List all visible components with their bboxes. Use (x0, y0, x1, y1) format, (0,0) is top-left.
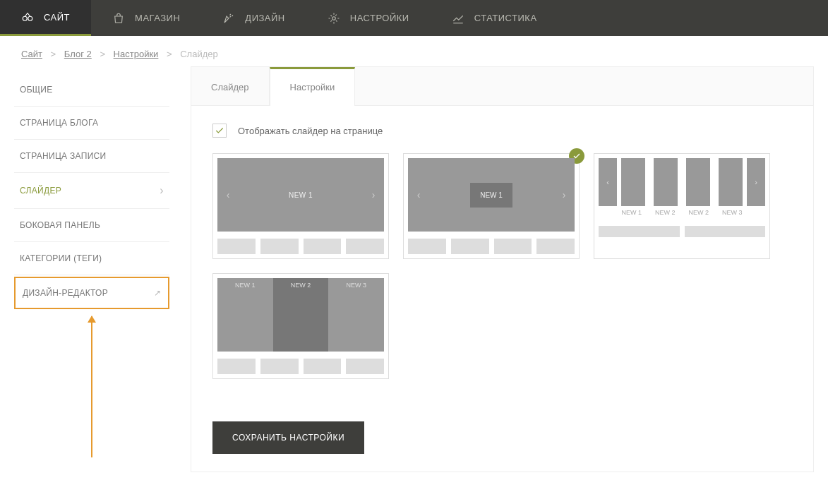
sidebar-item-post-page[interactable]: СТРАНИЦА ЗАПИСИ (14, 140, 169, 173)
tab-settings[interactable]: Настройки (270, 67, 356, 106)
layout-preview-tabs: NEW 1 NEW 2 NEW 3 (217, 278, 384, 292)
external-link-icon: ↗ (154, 288, 161, 298)
layout-option-4[interactable]: NEW 1 NEW 2 NEW 3 (212, 273, 389, 379)
prev-arrow-icon: ‹ (408, 189, 429, 200)
annotation-arrow (14, 316, 169, 457)
sidebar: ОБЩИЕ СТРАНИЦА БЛОГА СТРАНИЦА ЗАПИСИ СЛА… (14, 66, 169, 472)
breadcrumb-sep: > (167, 49, 172, 59)
preview-labels: NEW 1 NEW 2 NEW 2 NEW 3 (599, 206, 765, 216)
nav-design[interactable]: ДИЗАЙН (201, 0, 306, 36)
nav-label: НАСТРОЙКИ (350, 13, 409, 23)
layout-preview: ‹ NEW 1 › (408, 158, 575, 232)
nav-label: МАГАЗИН (135, 13, 180, 23)
breadcrumb: Сайт > Блог 2 > Настройки > Слайдер (0, 36, 828, 66)
nav-settings[interactable]: НАСТРОЙКИ (306, 0, 431, 36)
sidebar-item-categories[interactable]: КАТЕГОРИИ (ТЕГИ) (14, 242, 169, 275)
svg-point-2 (332, 16, 336, 20)
sidebar-item-label: КАТЕГОРИИ (ТЕГИ) (20, 253, 102, 263)
sidebar-item-label: ОБЩИЕ (20, 85, 53, 95)
breadcrumb-link[interactable]: Блог 2 (64, 49, 92, 59)
layout-option-3[interactable]: ‹ › NEW 1 NEW 2 NEW 2 NEW 3 (594, 153, 770, 259)
nav-label: СТАТИСТИКА (474, 13, 537, 23)
nav-label: САЙТ (44, 12, 70, 23)
button-label: СОХРАНИТЬ НАСТРОЙКИ (232, 433, 344, 443)
prev-arrow-icon: ‹ (599, 158, 617, 206)
tab-label: Настройки (290, 82, 335, 92)
sidebar-item-label: БОКОВАЯ ПАНЕЛЬ (20, 220, 100, 230)
preview-label: NEW 1 (239, 191, 363, 199)
svg-point-0 (23, 16, 27, 20)
preview-thumbs (599, 226, 765, 237)
nav-stats[interactable]: СТАТИСТИКА (431, 0, 558, 36)
sidebar-item-slider[interactable]: СЛАЙДЕР› (14, 173, 169, 209)
svg-point-1 (28, 16, 32, 20)
tab-slider[interactable]: Слайдер (191, 67, 270, 105)
breadcrumb-link[interactable]: Сайт (21, 49, 42, 59)
shop-icon (112, 12, 125, 25)
nav-label: ДИЗАЙН (245, 13, 284, 23)
preview-thumbs (217, 359, 384, 374)
checkbox-label: Отображать слайдер на странице (238, 126, 383, 136)
prev-arrow-icon: ‹ (217, 189, 239, 200)
sidebar-item-general[interactable]: ОБЩИЕ (14, 73, 169, 107)
checkbox-row: Отображать слайдер на странице (212, 124, 792, 138)
sidebar-item-label: СТРАНИЦА ЗАПИСИ (20, 151, 106, 161)
layout-options: ‹ NEW 1 › ‹ NEW 1 › (212, 153, 792, 379)
stats-icon (452, 12, 464, 25)
save-settings-button[interactable]: СОХРАНИТЬ НАСТРОЙКИ (212, 421, 364, 454)
site-icon (21, 11, 34, 23)
preview-label: NEW 2 (273, 278, 329, 292)
breadcrumb-link[interactable]: Настройки (114, 49, 159, 59)
nav-shop[interactable]: МАГАЗИН (91, 0, 201, 36)
tab-label: Слайдер (211, 82, 249, 92)
sidebar-item-label: СТРАНИЦА БЛОГА (20, 118, 98, 128)
sidebar-item-blog-page[interactable]: СТРАНИЦА БЛОГА (14, 107, 169, 140)
preview-label: NEW 3 (328, 278, 384, 292)
preview-label: NEW 1 (470, 183, 512, 208)
preview-label: NEW 1 (217, 278, 273, 292)
next-arrow-icon: › (553, 189, 575, 200)
content-panel: Слайдер Настройки Отображать слайдер на … (191, 66, 814, 472)
preview-label: NEW 2 (684, 206, 714, 216)
settings-icon (328, 12, 340, 25)
preview-thumbs (217, 239, 384, 254)
preview-thumbs (408, 239, 575, 254)
next-arrow-icon: › (363, 189, 384, 200)
layout-preview (217, 292, 384, 352)
breadcrumb-sep: > (100, 49, 105, 59)
chevron-right-icon: › (160, 184, 164, 197)
tabs: Слайдер Настройки (191, 67, 813, 106)
layout-preview: ‹ › (599, 158, 765, 206)
show-slider-checkbox[interactable] (212, 124, 227, 138)
sidebar-item-side-panel[interactable]: БОКОВАЯ ПАНЕЛЬ (14, 209, 169, 242)
layout-preview: ‹ NEW 1 › (217, 158, 384, 232)
sidebar-item-label: ДИЗАЙН-РЕДАКТОР (23, 288, 108, 298)
preview-label: NEW 2 (651, 206, 680, 216)
sidebar-item-design-editor[interactable]: ДИЗАЙН-РЕДАКТОР↗ (14, 277, 169, 309)
design-icon (222, 12, 235, 25)
breadcrumb-current: Слайдер (180, 49, 218, 59)
sidebar-item-label: СЛАЙДЕР (20, 186, 61, 196)
layout-option-1[interactable]: ‹ NEW 1 › (212, 153, 389, 259)
preview-label: NEW 1 (617, 206, 647, 216)
top-nav: САЙТ МАГАЗИН ДИЗАЙН НАСТРОЙКИ СТАТИСТИКА (0, 0, 828, 36)
preview-label: NEW 3 (718, 206, 748, 216)
breadcrumb-sep: > (51, 49, 56, 59)
next-arrow-icon: › (747, 158, 765, 206)
layout-option-2[interactable]: ‹ NEW 1 › (403, 153, 580, 259)
nav-site[interactable]: САЙТ (0, 0, 91, 36)
